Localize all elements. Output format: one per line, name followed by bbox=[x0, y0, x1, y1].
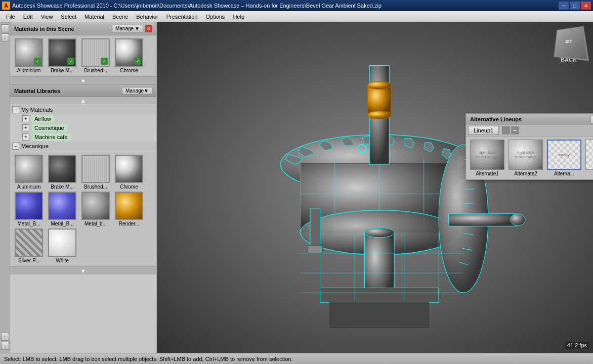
mec-brake-thumb bbox=[48, 155, 76, 183]
material-brake-scene[interactable]: ✓ Brake M... bbox=[47, 38, 78, 73]
status-bar: Select: LMB to select. LMB drag to box s… bbox=[0, 353, 593, 364]
airflow-label: Airflow bbox=[31, 115, 54, 122]
mec-metal-blue2[interactable]: Metal_B... bbox=[47, 192, 78, 226]
alternate2-thumb: right-clickto set image bbox=[509, 140, 543, 170]
mec-white[interactable]: White bbox=[47, 229, 78, 263]
manage-dropdown-arrow: ▼ bbox=[135, 26, 140, 31]
alternate4-item[interactable] bbox=[584, 140, 593, 176]
alternate3-item[interactable]: empty Alterna... bbox=[546, 140, 582, 176]
mec-white-thumb bbox=[48, 229, 76, 257]
lineup-collapse-btn[interactable]: – bbox=[511, 126, 519, 134]
machine-cafe-item[interactable]: + Machine cafe bbox=[10, 132, 156, 142]
mec-brushed[interactable]: Brushed... bbox=[80, 155, 111, 190]
cosmetique-item[interactable]: + Cosmetique bbox=[10, 123, 156, 132]
mec-silver[interactable]: Silver-P... bbox=[13, 229, 45, 263]
menu-options[interactable]: Options bbox=[201, 13, 229, 21]
lineup-items: right-clickto set image Alternate1 right… bbox=[466, 136, 593, 179]
alt-lineups-create-btn[interactable]: Create bbox=[590, 116, 593, 123]
mec-metal-blue2-label: Metal_B... bbox=[47, 221, 78, 226]
maximize-button[interactable]: □ bbox=[570, 2, 580, 10]
material-brushed-scene[interactable]: ✓ Brushed... bbox=[80, 38, 111, 73]
menu-select[interactable]: Select bbox=[57, 13, 80, 21]
tool-arrow[interactable]: ↑ bbox=[1, 24, 9, 32]
alt-lineups-panel: Alternative Lineups Create ▼ ✕ Lineup1 –… bbox=[465, 113, 593, 180]
airflow-item[interactable]: + Airflow bbox=[10, 114, 156, 123]
materials-scene-header: Materials in this Scene Manage ▼ ✕ bbox=[10, 22, 156, 35]
alternate1-sublabel: right-clickto set image bbox=[475, 149, 499, 160]
svg-rect-32 bbox=[320, 288, 439, 302]
materials-scene-manage-btn[interactable]: Manage ▼ bbox=[112, 25, 143, 32]
alternate4-thumb bbox=[585, 140, 593, 170]
my-materials-label: My Materials bbox=[21, 107, 53, 113]
machine-cafe-expand-btn[interactable]: + bbox=[22, 133, 29, 141]
my-materials-toggle[interactable]: – bbox=[12, 106, 19, 113]
mec-chrome[interactable]: Chrome bbox=[113, 155, 145, 190]
alternate3-label: Alterna... bbox=[554, 171, 574, 176]
left-panel: Materials in this Scene Manage ▼ ✕ ✓ Alu… bbox=[10, 22, 157, 353]
alternate2-item[interactable]: right-clickto set image Alternate2 bbox=[507, 140, 544, 176]
cosmetique-expand-btn[interactable]: + bbox=[22, 124, 29, 131]
material-aluminium-scene[interactable]: ✓ Aluminium bbox=[13, 38, 45, 73]
menu-view[interactable]: View bbox=[37, 13, 57, 21]
mecanique-toggle[interactable]: – bbox=[12, 143, 19, 150]
alternate3-thumb: empty bbox=[547, 140, 581, 170]
materials-scene-collapse[interactable]: ▼ bbox=[10, 76, 156, 84]
material-chrome-scene[interactable]: ✓ Chrome bbox=[113, 38, 145, 73]
menu-material[interactable]: Material bbox=[80, 13, 108, 21]
libraries-collapse[interactable]: ▼ bbox=[10, 266, 156, 275]
svg-rect-33 bbox=[330, 303, 429, 328]
mecanique-row[interactable]: – Mecanique bbox=[10, 142, 156, 151]
tool-down2[interactable]: ↓ bbox=[1, 342, 9, 350]
minimize-button[interactable]: ─ bbox=[559, 2, 569, 10]
app-icon: A bbox=[2, 2, 10, 10]
mec-metal-blue-thumb bbox=[15, 192, 43, 220]
material-libraries-section: Material Libraries Manage ▼ ▲ – My Mater… bbox=[10, 85, 156, 353]
materials-scene-section: Materials in this Scene Manage ▼ ✕ ✓ Alu… bbox=[10, 22, 156, 85]
menu-presentation[interactable]: Presentation bbox=[162, 13, 202, 21]
menu-help[interactable]: Help bbox=[229, 13, 248, 21]
tool-arrow2[interactable]: ↑ bbox=[1, 333, 9, 341]
navigation-cube[interactable]: SIT BACK bbox=[548, 26, 589, 67]
menu-behavior[interactable]: Behavior bbox=[132, 13, 162, 21]
menu-file[interactable]: File bbox=[2, 13, 19, 21]
material-libraries-title: Material Libraries bbox=[14, 88, 60, 94]
mec-metal-blue[interactable]: Metal_B... bbox=[13, 192, 45, 226]
close-button[interactable]: ✕ bbox=[581, 2, 591, 10]
lineup-tab-icon[interactable] bbox=[502, 126, 510, 134]
material-aluminium-label: Aluminium bbox=[13, 68, 45, 73]
alternate2-label: Alternate2 bbox=[514, 171, 537, 176]
menu-edit[interactable]: Edit bbox=[19, 13, 37, 21]
viewport[interactable]: SIT BACK 41.2 fps Alternative Lineups Cr… bbox=[157, 22, 593, 353]
mec-chrome-thumb bbox=[115, 155, 143, 183]
material-brake-label: Brake M... bbox=[47, 68, 78, 73]
lineup1-tab[interactable]: Lineup1 bbox=[468, 126, 499, 135]
menu-bar: File Edit View Select Material Scene Beh… bbox=[0, 11, 593, 22]
gear-svg bbox=[157, 22, 593, 353]
my-materials-row[interactable]: – My Materials bbox=[10, 105, 156, 114]
mec-aluminium[interactable]: Aluminium bbox=[13, 155, 45, 190]
mec-silver-thumb bbox=[15, 229, 43, 257]
materials-scene-close-btn[interactable]: ✕ bbox=[145, 25, 152, 32]
mec-silver-label: Silver-P... bbox=[13, 258, 45, 263]
material-libraries-manage-btn[interactable]: Manage ▼ bbox=[122, 87, 152, 95]
material-aluminium-thumb: ✓ bbox=[15, 38, 43, 67]
mec-brushed-label: Brushed... bbox=[80, 184, 111, 190]
material-brushed-label: Brushed... bbox=[80, 68, 111, 73]
menu-scene[interactable]: Scene bbox=[108, 13, 132, 21]
tool-down[interactable]: ↓ bbox=[1, 33, 9, 41]
mec-metal-blue-label: Metal_B... bbox=[13, 221, 45, 226]
mec-metal-b[interactable]: Metal_b... bbox=[80, 192, 111, 226]
airflow-expand-btn[interactable]: + bbox=[22, 115, 29, 122]
mec-chrome-label: Chrome bbox=[113, 184, 145, 190]
mec-brake[interactable]: Brake M... bbox=[47, 155, 78, 190]
svg-rect-29 bbox=[308, 246, 322, 253]
alternate1-item[interactable]: right-clickto set image Alternate1 bbox=[469, 140, 505, 176]
materials-scene-grid: ✓ Aluminium ✓ Brake M... ✓ Brushed... bbox=[10, 35, 156, 76]
svg-point-41 bbox=[503, 128, 509, 133]
vertical-toolbar: ↑ ↓ ↑ ↓ bbox=[0, 22, 10, 353]
mec-aluminium-label: Aluminium bbox=[13, 184, 45, 190]
svg-rect-24 bbox=[367, 85, 391, 115]
mecanique-materials-grid: Aluminium Brake M... Brushed... Chrome M… bbox=[10, 152, 156, 266]
fps-counter: 41.2 fps bbox=[565, 342, 589, 349]
mec-render[interactable]: Render... bbox=[113, 192, 145, 226]
